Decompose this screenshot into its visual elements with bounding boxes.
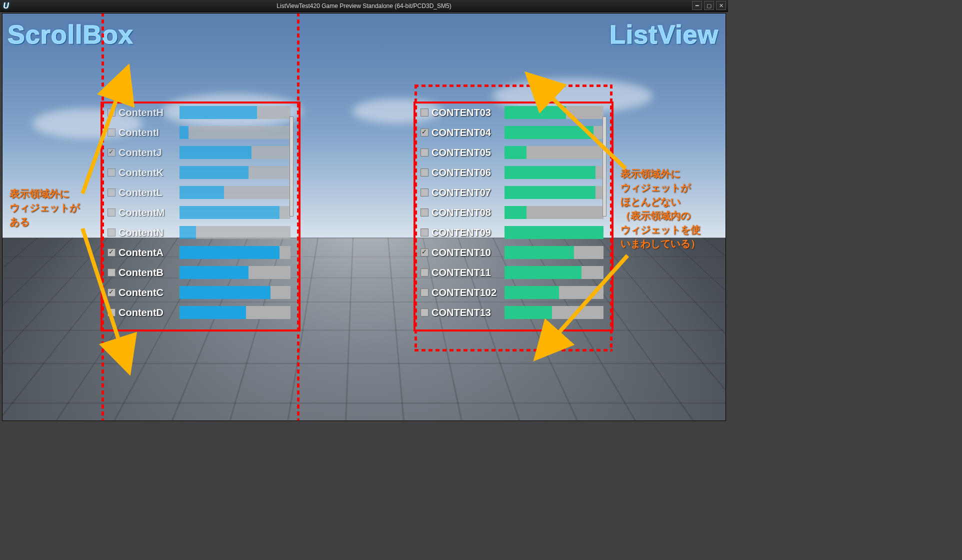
item-label: CONTENT13 bbox=[432, 307, 502, 318]
list-item[interactable]: CONTENT08 bbox=[420, 202, 604, 222]
close-button[interactable]: ✕ bbox=[716, 1, 726, 10]
list-item[interactable]: ContentK bbox=[108, 162, 290, 182]
progress-bar bbox=[180, 166, 290, 179]
checkbox[interactable] bbox=[108, 288, 116, 296]
progress-bar bbox=[504, 286, 604, 299]
list-item[interactable]: ContentB bbox=[108, 262, 290, 282]
checkbox[interactable] bbox=[420, 168, 428, 176]
scrollbox-scrollbar-thumb[interactable] bbox=[290, 116, 294, 216]
scrollbox-list[interactable]: ContentHContentIContentJContentKContentL… bbox=[106, 102, 292, 322]
checkbox[interactable] bbox=[420, 108, 428, 116]
item-label: ContentL bbox=[118, 187, 176, 198]
checkbox[interactable] bbox=[420, 268, 428, 276]
list-item[interactable]: ContentC bbox=[108, 282, 290, 302]
item-label: CONTENT06 bbox=[432, 167, 502, 178]
list-item[interactable]: CONTENT10 bbox=[420, 242, 604, 262]
checkbox[interactable] bbox=[420, 228, 428, 236]
progress-bar bbox=[180, 226, 290, 239]
annotation-left: 表示領域外に ウィジェットが ある bbox=[10, 186, 80, 228]
item-label: ContentJ bbox=[118, 147, 176, 158]
checkbox[interactable] bbox=[420, 208, 428, 216]
item-label: ContentN bbox=[118, 227, 176, 238]
checkbox[interactable] bbox=[108, 168, 116, 176]
checkbox[interactable] bbox=[420, 148, 428, 156]
item-label: CONTENT03 bbox=[432, 107, 502, 118]
progress-bar bbox=[180, 286, 290, 299]
item-label: CONTENT102 bbox=[432, 287, 502, 298]
list-item[interactable]: CONTENT13 bbox=[420, 302, 604, 322]
list-item[interactable]: ContentL bbox=[108, 182, 290, 202]
item-label: ContentH bbox=[118, 107, 176, 118]
checkbox[interactable] bbox=[108, 228, 116, 236]
annotation-right: 表示領域外に ウィジェットが ほとんどない （表示領域内の ウィジェットを使 い… bbox=[620, 166, 700, 250]
window-title: ListViewTest420 Game Preview Standalone … bbox=[276, 2, 451, 10]
item-label: ContentB bbox=[118, 267, 176, 278]
progress-bar bbox=[180, 186, 290, 199]
item-label: CONTENT08 bbox=[432, 207, 502, 218]
titlebar: U ListViewTest420 Game Preview Standalon… bbox=[0, 0, 728, 12]
list-item[interactable]: ContentD bbox=[108, 302, 290, 322]
checkbox[interactable] bbox=[108, 128, 116, 136]
checkbox[interactable] bbox=[108, 188, 116, 196]
progress-bar bbox=[180, 266, 290, 279]
progress-bar bbox=[180, 126, 290, 139]
checkbox[interactable] bbox=[420, 308, 428, 316]
checkbox[interactable] bbox=[108, 208, 116, 216]
checkbox[interactable] bbox=[420, 248, 428, 256]
listview-heading: ListView bbox=[610, 20, 718, 50]
progress-bar bbox=[180, 246, 290, 259]
progress-bar bbox=[504, 246, 604, 259]
item-label: ContentD bbox=[118, 307, 176, 318]
list-item[interactable]: CONTENT03 bbox=[420, 102, 604, 122]
item-label: ContentC bbox=[118, 287, 176, 298]
item-label: CONTENT05 bbox=[432, 147, 502, 158]
item-label: CONTENT07 bbox=[432, 187, 502, 198]
item-label: CONTENT11 bbox=[432, 267, 502, 278]
checkbox[interactable] bbox=[108, 148, 116, 156]
checkbox[interactable] bbox=[420, 188, 428, 196]
maximize-button[interactable]: ▢ bbox=[704, 1, 714, 10]
minimize-button[interactable]: ━ bbox=[692, 1, 702, 10]
list-item[interactable]: CONTENT11 bbox=[420, 262, 604, 282]
listview-scrollbar-thumb[interactable] bbox=[602, 116, 606, 216]
list-item[interactable]: ContentA bbox=[108, 242, 290, 262]
list-item[interactable]: CONTENT04 bbox=[420, 122, 604, 142]
checkbox[interactable] bbox=[420, 128, 428, 136]
list-item[interactable]: ContentM bbox=[108, 202, 290, 222]
list-item[interactable]: ContentH bbox=[108, 102, 290, 122]
checkbox[interactable] bbox=[108, 308, 116, 316]
item-label: CONTENT09 bbox=[432, 227, 502, 238]
item-label: ContentA bbox=[118, 247, 176, 258]
progress-bar bbox=[180, 146, 290, 159]
list-item[interactable]: CONTENT06 bbox=[420, 162, 604, 182]
item-label: CONTENT10 bbox=[432, 247, 502, 258]
progress-bar bbox=[504, 166, 604, 179]
scrollbox-heading: ScrollBox bbox=[8, 20, 134, 50]
checkbox[interactable] bbox=[108, 248, 116, 256]
progress-bar bbox=[180, 206, 290, 219]
progress-bar bbox=[504, 106, 604, 119]
list-item[interactable]: CONTENT102 bbox=[420, 282, 604, 302]
progress-bar bbox=[504, 186, 604, 199]
progress-bar bbox=[504, 226, 604, 239]
progress-bar bbox=[504, 206, 604, 219]
list-item[interactable]: CONTENT09 bbox=[420, 222, 604, 242]
progress-bar bbox=[504, 266, 604, 279]
checkbox[interactable] bbox=[108, 108, 116, 116]
list-item[interactable]: CONTENT05 bbox=[420, 142, 604, 162]
progress-bar bbox=[180, 306, 290, 319]
item-label: CONTENT04 bbox=[432, 127, 502, 138]
item-label: ContentM bbox=[118, 207, 176, 218]
checkbox[interactable] bbox=[420, 288, 428, 296]
game-viewport: ScrollBox ListView ContentHContentIConte… bbox=[2, 13, 726, 421]
list-item[interactable]: CONTENT07 bbox=[420, 182, 604, 202]
progress-bar bbox=[180, 106, 290, 119]
list-item[interactable]: ContentI bbox=[108, 122, 290, 142]
progress-bar bbox=[504, 306, 604, 319]
listview-list[interactable]: CONTENT03CONTENT04CONTENT05CONTENT06CONT… bbox=[418, 102, 606, 322]
progress-bar bbox=[504, 126, 604, 139]
list-item[interactable]: ContentN bbox=[108, 222, 290, 242]
app-logo-icon: U bbox=[0, 0, 12, 12]
checkbox[interactable] bbox=[108, 268, 116, 276]
list-item[interactable]: ContentJ bbox=[108, 142, 290, 162]
